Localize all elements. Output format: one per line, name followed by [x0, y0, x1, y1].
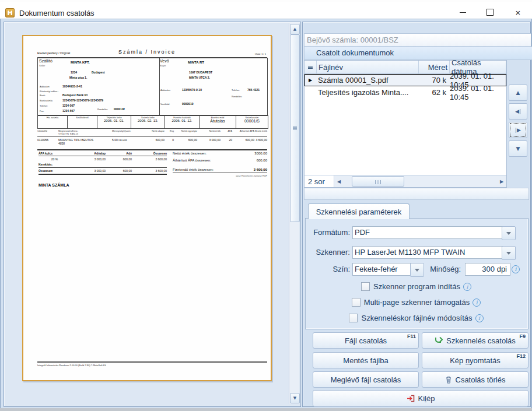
next-record-button[interactable]: ▶ [509, 122, 527, 138]
buyer-order-label: Rendelés: [232, 95, 242, 98]
tot-words: azaz Háromezer-hatszáz HUF [173, 174, 267, 177]
minimize-button[interactable] [451, 6, 474, 19]
move-down-button[interactable]: ▼ [509, 140, 527, 157]
row-date: 2039. 01. 01. 10:45 [448, 86, 506, 99]
table-row[interactable]: Teljesítés igazolás Minta.... 62 k 2039.… [304, 86, 506, 99]
invoice-val-szamlaszam: 00001/S [236, 119, 268, 124]
item-gross: 3 600,00 [254, 138, 267, 145]
print-image-label: Kép nyomtatás [450, 356, 501, 365]
scan-attach-button[interactable]: Szkennelés csatolás F9 [422, 332, 528, 349]
scroll-down-button[interactable]: ▼ [290, 393, 300, 403]
tab-szkennelesi-parameterek[interactable]: Szkennelési paraméterek [308, 203, 410, 219]
vat-col-ado: Adó [106, 152, 132, 155]
buyer-code: 0000010 [182, 102, 193, 106]
vat-val-adoalap: 3 000,00 [71, 157, 106, 161]
quality-input[interactable]: 300 dpi [465, 263, 510, 276]
seller-phone-label: Telefon: [40, 104, 48, 107]
hotkey-f12: F12 [516, 353, 526, 359]
scanner-dropdown-button[interactable] [502, 246, 516, 260]
column-header-filename[interactable]: Fájlnév [317, 61, 419, 73]
checkbox-row-scanner-program: Szkenner program indítás i [305, 282, 527, 291]
save-to-file-button[interactable]: Mentés fájlba [313, 352, 419, 368]
vat-col-kulcs: ÁFA kulcs [38, 152, 71, 155]
tot-gross-value: 3 600,00 [254, 168, 267, 172]
seller-phone: 1234-567 [62, 104, 75, 107]
invoice-summary-row: Hiv. számla Szállítólevél Teljesítés kel… [37, 115, 268, 129]
maximize-icon [487, 9, 494, 16]
preview-scrollbar-thumb[interactable] [290, 34, 300, 222]
previous-record-button[interactable]: ◀ [509, 103, 527, 120]
info-icon[interactable]: i [463, 283, 471, 291]
seller-order-label: Rendelés: [97, 108, 108, 111]
maximize-button[interactable] [478, 6, 502, 19]
ih-base: Nettó alapár [146, 129, 164, 135]
item-unit: DB HUF [118, 139, 127, 142]
buyer-street: MINTA UTCA 2. [189, 76, 210, 79]
arrow-up-icon: ▲ [293, 27, 296, 31]
ih-gross: Bruttó érték [254, 129, 267, 135]
close-button[interactable]: × [506, 6, 530, 19]
column-header-size[interactable]: Méret [419, 61, 450, 73]
current-row-marker-icon: ▶ [309, 78, 312, 83]
preview-vertical-scrollbar[interactable]: ▲ ▼ [289, 23, 299, 404]
invoice-val-hatarido: 2006. 01. 12. [165, 119, 199, 123]
row-filename: Számla 00001_S.pdf [316, 74, 418, 86]
arrow-right-icon: ▶ [517, 127, 521, 133]
multipage-checkbox[interactable] [352, 298, 360, 307]
scanner-program-checkbox[interactable] [361, 282, 370, 291]
arrow-down-icon: ▼ [516, 146, 520, 152]
vat-val-kulcs: 20 % [38, 157, 71, 161]
item-code: 0110056 [37, 138, 58, 145]
seller-tax-label: Adószám: [40, 85, 50, 88]
file-attach-button[interactable]: Fájl csatolás F11 [313, 332, 419, 349]
item-vat-pct: 20 [220, 138, 232, 145]
move-up-button[interactable]: ▲ [509, 85, 527, 101]
scroll-up-button[interactable]: ▲ [290, 24, 300, 34]
row-count-label: 2 sor [304, 175, 334, 187]
vat-col-adoalap: Adóalap [71, 152, 106, 155]
vat-round-label: Kerekítés: [38, 161, 167, 166]
seller-order: 00001/R [114, 107, 125, 111]
buyer-phone: 765-4321 [247, 88, 260, 92]
buyer-tax: 12345679-9-10 [182, 88, 202, 92]
attach-existing-file-button[interactable]: Meglévő fájl csatolás [313, 371, 419, 388]
scanner-select[interactable]: HP LaserJet M1130 MFP TWAIN [352, 246, 503, 259]
item-name2: 4858 [58, 142, 112, 145]
scroll-right-button[interactable]: ▶ [497, 176, 506, 187]
invoice-page-label: Oldal: 1 / 1 [255, 52, 266, 55]
arrow-up-icon: ▲ [516, 90, 520, 96]
tot-vat-label: Áthárított ÁFA összesen: [173, 159, 211, 163]
dialog-dokumentum-csatolas: Dokumentum csatolás × Eredeti példány / … [0, 0, 532, 411]
delete-attachment-button[interactable]: Csatolás törlés [422, 371, 528, 388]
row-selector-header[interactable] [304, 61, 317, 73]
tot-gross-label: Fizetendő érték összesen: [173, 168, 214, 172]
tot-vat-value: 600,00 [257, 159, 267, 163]
ih-unitp: Nettó egységár [174, 129, 197, 135]
grid-horizontal-scrollbar[interactable]: ◀ ▶ [334, 175, 506, 187]
exit-button[interactable]: Kilép [313, 390, 528, 407]
vat-sum-osszesen: 3 600,00 [132, 169, 167, 173]
rename-checkbox[interactable] [349, 314, 358, 322]
info-icon[interactable]: i [512, 265, 520, 273]
print-image-button[interactable]: Kép nyomtatás F12 [422, 352, 528, 368]
trash-icon [445, 376, 452, 384]
ih-vat: ÁFA [220, 129, 232, 135]
info-icon[interactable]: i [473, 298, 481, 307]
hscroll-thumb[interactable] [352, 176, 404, 187]
bar-icon [520, 109, 520, 114]
format-select[interactable]: PDF [352, 226, 503, 239]
grid-menu-icon [308, 65, 313, 69]
color-select[interactable]: Fekete-fehér [352, 263, 412, 276]
info-icon[interactable]: i [475, 314, 484, 322]
invoice-item-row: 0110056 MUANYAG TIPLI BEUTOS4858 5.00 DB… [37, 138, 267, 145]
invoice-footer: Integrált Információs Rendszer 2.00.00 (… [37, 364, 106, 367]
invoice-stamp: MINTA SZÁMLA [38, 183, 69, 188]
format-dropdown-button[interactable] [502, 226, 516, 240]
invoice-item-header: Cikkód/Id Megnevezés/Desc.VTSZ/ITN EAN-1… [37, 129, 267, 137]
ih-vtsz: VTSZ/ITN [58, 132, 69, 135]
scroll-left-button[interactable]: ◀ [334, 176, 344, 187]
invoice-val-szamla-kelte: 2006. 02. 13. [131, 119, 164, 123]
invoice-totals: Nettó érték összesen: 3000,00 Áthárított… [173, 152, 267, 177]
vat-val-ado: 600,00 [106, 157, 132, 161]
title-bar: Dokumentum csatolás × [0, 2, 532, 19]
